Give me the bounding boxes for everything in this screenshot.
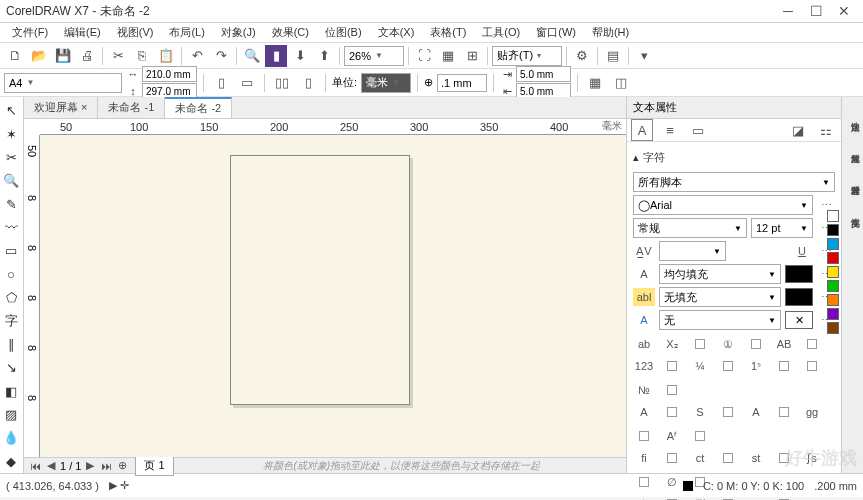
- app-icon[interactable]: ▾: [633, 45, 655, 67]
- glyph-btn[interactable]: X₂: [661, 335, 683, 353]
- glyph-btn[interactable]: gg: [801, 403, 823, 421]
- glyph-btn[interactable]: ct: [689, 449, 711, 467]
- glyph-btn[interactable]: [773, 403, 795, 421]
- menu-文本X[interactable]: 文本(X): [370, 23, 423, 42]
- glyph-btn[interactable]: AB: [773, 335, 795, 353]
- palette-color[interactable]: [827, 308, 839, 320]
- glyph-btn[interactable]: [689, 335, 711, 353]
- doc-tab[interactable]: 欢迎屏幕 ×: [24, 97, 98, 118]
- bg-dropdown[interactable]: 无填充▼: [659, 287, 781, 307]
- treat2-icon[interactable]: ◫: [610, 72, 632, 94]
- transparency-tool[interactable]: ▨: [0, 404, 22, 425]
- glyph-btn[interactable]: 形: [689, 495, 711, 500]
- glyph-btn[interactable]: [661, 381, 683, 399]
- palette-color[interactable]: [827, 210, 839, 222]
- glyph-btn[interactable]: [633, 473, 655, 491]
- glyph-btn[interactable]: [717, 357, 739, 375]
- zoom-tool[interactable]: 🔍: [0, 170, 22, 191]
- glyph-btn[interactable]: st: [745, 449, 767, 467]
- glyph-btn[interactable]: A: [633, 403, 655, 421]
- menu-帮助H[interactable]: 帮助(H): [584, 23, 637, 42]
- glyph-btn[interactable]: ⊘: [745, 495, 767, 500]
- para-tab-icon[interactable]: ≡: [659, 119, 681, 141]
- palette-color[interactable]: [827, 322, 839, 334]
- drawing-page[interactable]: [230, 155, 410, 405]
- glyph-btn[interactable]: ①: [717, 335, 739, 353]
- cur-page-icon[interactable]: ▯: [297, 72, 319, 94]
- docker-tab[interactable]: 对象属性: [844, 132, 862, 162]
- lock-icon[interactable]: ⚏: [815, 119, 837, 141]
- prev-page-button[interactable]: ◀: [44, 459, 58, 472]
- rulers-icon[interactable]: ▦: [437, 45, 459, 67]
- outline-none[interactable]: ✕: [785, 311, 813, 329]
- char-tab-icon[interactable]: A: [631, 119, 653, 141]
- portrait-icon[interactable]: ▯: [210, 72, 232, 94]
- fill-tool[interactable]: ◆: [0, 451, 22, 472]
- glyph-btn[interactable]: A: [745, 403, 767, 421]
- fill-color[interactable]: [785, 265, 813, 283]
- last-page-button[interactable]: ⏭: [99, 460, 113, 472]
- glyph-btn[interactable]: ∅: [661, 473, 683, 491]
- paper-dropdown[interactable]: A4▼: [4, 73, 122, 93]
- search-icon[interactable]: 🔍: [241, 45, 263, 67]
- save-icon[interactable]: 💾: [52, 45, 74, 67]
- frame-tab-icon[interactable]: ▭: [687, 119, 709, 141]
- menu-效果C[interactable]: 效果(C): [264, 23, 317, 42]
- import-icon[interactable]: ⬇: [289, 45, 311, 67]
- parallel-tool[interactable]: ∥: [0, 334, 22, 355]
- nudge-input[interactable]: .1 mm: [437, 74, 487, 92]
- connector-tool[interactable]: ↘: [0, 357, 22, 378]
- dup-x[interactable]: 5.0 mm: [516, 66, 571, 82]
- outline-dropdown[interactable]: 无▼: [659, 310, 781, 330]
- opts-icon[interactable]: ◪: [787, 119, 809, 141]
- minimize-button[interactable]: ─: [775, 2, 801, 20]
- new-icon[interactable]: 🗋: [4, 45, 26, 67]
- artistic-tool[interactable]: 〰: [0, 217, 22, 238]
- options-icon[interactable]: ⚙: [571, 45, 593, 67]
- glyph-btn[interactable]: あ: [633, 495, 655, 500]
- palette-color[interactable]: [827, 238, 839, 250]
- text-tool[interactable]: 字: [0, 310, 22, 331]
- menu-视图V[interactable]: 视图(V): [109, 23, 162, 42]
- glyph-btn[interactable]: [661, 403, 683, 421]
- eyedropper-tool[interactable]: 💧: [0, 427, 22, 448]
- glyph-btn[interactable]: S: [689, 403, 711, 421]
- landscape-icon[interactable]: ▭: [236, 72, 258, 94]
- next-page-button[interactable]: ▶: [83, 459, 97, 472]
- glyph-btn[interactable]: [801, 335, 823, 353]
- docker-tab[interactable]: 文本属性: [844, 196, 862, 226]
- shape-tool[interactable]: ✶: [0, 123, 22, 144]
- undo-icon[interactable]: ↶: [186, 45, 208, 67]
- paste-icon[interactable]: 📋: [155, 45, 177, 67]
- glyph-btn[interactable]: [773, 357, 795, 375]
- glyph-btn[interactable]: [745, 335, 767, 353]
- glyph-btn[interactable]: [661, 449, 683, 467]
- menu-工具O[interactable]: 工具(O): [474, 23, 528, 42]
- snap-dropdown[interactable]: 贴齐(T)▾: [492, 46, 562, 66]
- maximize-button[interactable]: ☐: [803, 2, 829, 20]
- menu-位图B[interactable]: 位图(B): [317, 23, 370, 42]
- all-pages-icon[interactable]: ▯▯: [271, 72, 293, 94]
- weight-dropdown[interactable]: 常规▼: [633, 218, 747, 238]
- open-icon[interactable]: 📂: [28, 45, 50, 67]
- menu-布局L[interactable]: 布局(L): [161, 23, 212, 42]
- script-dropdown[interactable]: 所有脚本▼: [633, 172, 835, 192]
- launch-icon[interactable]: ▤: [602, 45, 624, 67]
- glyph-btn[interactable]: [717, 495, 739, 500]
- fx-icon[interactable]: ▮: [265, 45, 287, 67]
- glyph-btn[interactable]: ab: [633, 335, 655, 353]
- redo-icon[interactable]: ↷: [210, 45, 232, 67]
- close-button[interactable]: ✕: [831, 2, 857, 20]
- kern-dropdown[interactable]: ▼: [659, 241, 726, 261]
- add-page-button[interactable]: ⊕: [115, 459, 129, 472]
- glyph-btn[interactable]: №: [633, 381, 655, 399]
- page-tab-1[interactable]: 页 1: [135, 455, 173, 476]
- print-icon[interactable]: 🖨: [76, 45, 98, 67]
- kern-icon[interactable]: A̲V: [633, 242, 655, 260]
- ellipse-tool[interactable]: ○: [0, 264, 22, 285]
- palette-color[interactable]: [827, 294, 839, 306]
- menu-对象J[interactable]: 对象(J): [213, 23, 264, 42]
- glyph-btn[interactable]: 1ˢ: [745, 357, 767, 375]
- glyph-btn[interactable]: ¼: [689, 357, 711, 375]
- glyph-btn[interactable]: [717, 403, 739, 421]
